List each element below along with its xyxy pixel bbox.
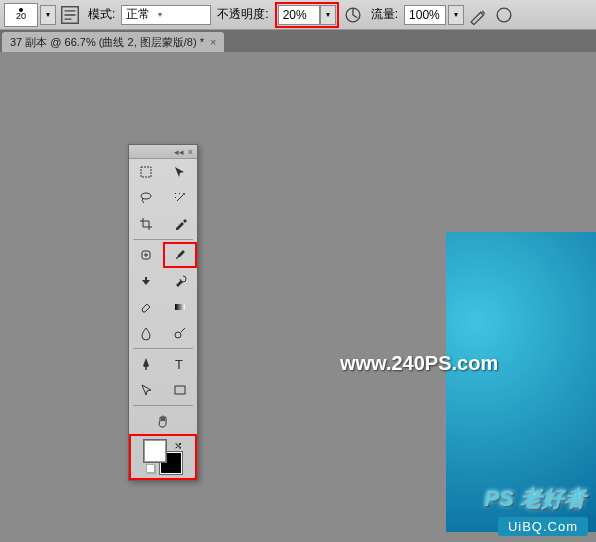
- pen-tool[interactable]: [129, 351, 163, 377]
- opacity-dropdown[interactable]: ▾: [320, 5, 336, 25]
- mode-label: 模式:: [88, 6, 115, 23]
- tools-panel-header[interactable]: ◂◂ ×: [129, 145, 197, 159]
- blur-tool[interactable]: [129, 320, 163, 346]
- separator: [133, 348, 193, 349]
- options-bar: 20 ▾ 模式: 正常 ▾ 不透明度: 20% ▾ 流量: 100% ▾: [0, 0, 596, 30]
- separator: [133, 405, 193, 406]
- opacity-input[interactable]: 20%: [278, 5, 320, 25]
- brush-panel-toggle-icon[interactable]: [58, 4, 82, 26]
- dodge-tool[interactable]: [163, 320, 197, 346]
- color-swatches: ⤭: [144, 440, 182, 474]
- shape-tool[interactable]: [163, 377, 197, 403]
- healing-brush-tool[interactable]: [129, 242, 163, 268]
- default-colors-icon[interactable]: [146, 464, 156, 474]
- svg-text:T: T: [175, 357, 183, 372]
- workspace: ◂◂ × T: [0, 52, 596, 542]
- foreground-color-swatch[interactable]: [144, 440, 166, 462]
- watermark-brand: PS 老好者: [485, 484, 586, 514]
- chevron-down-icon: ▾: [158, 10, 162, 19]
- svg-point-2: [497, 8, 511, 22]
- type-tool[interactable]: T: [163, 351, 197, 377]
- airbrush-icon[interactable]: [466, 4, 490, 26]
- history-brush-tool[interactable]: [163, 268, 197, 294]
- svg-rect-3: [141, 167, 151, 177]
- svg-point-5: [183, 193, 185, 195]
- svg-rect-11: [175, 386, 185, 394]
- svg-point-8: [175, 332, 181, 338]
- flow-value: 100%: [409, 8, 440, 22]
- opacity-label: 不透明度:: [217, 6, 268, 23]
- collapse-icon[interactable]: ◂◂: [174, 147, 184, 157]
- magic-wand-tool[interactable]: [163, 185, 197, 211]
- pressure-size-icon[interactable]: [492, 4, 516, 26]
- pressure-opacity-icon[interactable]: [341, 4, 365, 26]
- gradient-tool[interactable]: [163, 294, 197, 320]
- lasso-tool[interactable]: [129, 185, 163, 211]
- brush-preset-dropdown[interactable]: ▾: [40, 5, 56, 25]
- watermark-site: UiBQ.Com: [498, 517, 588, 536]
- clone-stamp-tool[interactable]: [129, 268, 163, 294]
- hand-tool[interactable]: [146, 408, 180, 434]
- brush-size-value: 20: [16, 12, 26, 21]
- path-selection-tool[interactable]: [129, 377, 163, 403]
- close-icon[interactable]: ×: [188, 147, 193, 157]
- flow-input[interactable]: 100%: [404, 5, 446, 25]
- blend-mode-value: 正常: [126, 6, 150, 23]
- document-tab-bar: 37 副本 @ 66.7% (曲线 2, 图层蒙版/8) * ×: [0, 30, 596, 52]
- eyedropper-tool[interactable]: [163, 211, 197, 237]
- eraser-tool[interactable]: [129, 294, 163, 320]
- brush-tool[interactable]: [163, 242, 197, 268]
- tools-panel: ◂◂ × T: [128, 144, 198, 481]
- svg-rect-7: [175, 304, 185, 310]
- opacity-highlight: 20% ▾: [275, 2, 339, 28]
- crop-tool[interactable]: [129, 211, 163, 237]
- move-tool[interactable]: [163, 159, 197, 185]
- brush-preset-picker[interactable]: 20: [4, 3, 38, 27]
- swap-colors-icon[interactable]: ⤭: [174, 440, 182, 451]
- blend-mode-select[interactable]: 正常 ▾: [121, 5, 211, 25]
- opacity-value: 20%: [283, 8, 307, 22]
- flow-label: 流量:: [371, 6, 398, 23]
- color-swatches-highlight: ⤭: [129, 434, 197, 480]
- svg-point-9: [145, 368, 147, 370]
- close-icon[interactable]: ×: [210, 36, 216, 48]
- watermark-url: www.240PS.com: [340, 352, 498, 375]
- marquee-tool[interactable]: [129, 159, 163, 185]
- tab-title: 37 副本 @ 66.7% (曲线 2, 图层蒙版/8) *: [10, 35, 204, 50]
- flow-dropdown[interactable]: ▾: [448, 5, 464, 25]
- document-tab[interactable]: 37 副本 @ 66.7% (曲线 2, 图层蒙版/8) * ×: [2, 32, 224, 52]
- tools-grid: T ⤭: [129, 159, 197, 480]
- separator: [133, 239, 193, 240]
